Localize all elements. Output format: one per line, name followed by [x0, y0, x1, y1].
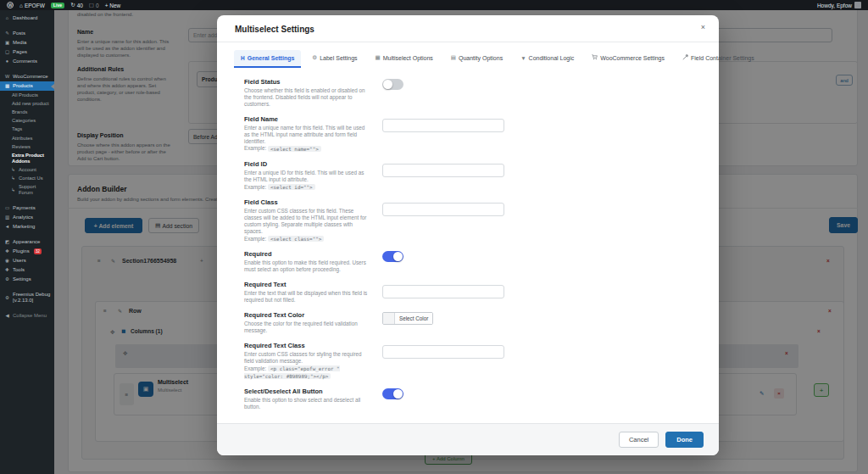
sidebar-item[interactable]: ✚ Tools: [0, 265, 54, 275]
new-menu[interactable]: + New: [105, 3, 121, 8]
field-desc: Enter the text that will be displayed wh…: [244, 290, 371, 304]
sidebar-item[interactable]: ◄ Marketing: [0, 222, 54, 231]
sidebar-item-label: Attributes: [12, 136, 33, 142]
tab-quantity-options[interactable]: ▤ Quantity Options: [444, 50, 509, 68]
example-code: <select id="">: [268, 184, 315, 190]
sidebar-item[interactable]: Reviews: [0, 142, 54, 151]
sidebar-item-icon: ⚙: [4, 295, 10, 301]
sidebar-item[interactable]: ↳ Account: [0, 166, 54, 175]
sidebar-item[interactable]: ● Comments: [0, 57, 54, 66]
sidebar-item-label: Posts: [13, 31, 25, 36]
sidebar-item-icon: ▦: [4, 83, 10, 89]
required-text-input[interactable]: [382, 285, 504, 298]
sidebar-item[interactable]: Categories: [0, 117, 54, 125]
field-id-input[interactable]: [382, 164, 504, 177]
sidebar-item-icon: ▢: [4, 49, 10, 55]
sidebar-item[interactable]: Add new product: [0, 99, 54, 108]
tab-general-settings[interactable]: H General Settings: [234, 50, 301, 68]
select-color-button[interactable]: Select Color: [395, 313, 432, 324]
sidebar-item-icon: ↳: [10, 176, 16, 181]
sidebar-item[interactable]: All Products: [0, 91, 54, 99]
sidebar-item-label: Pages: [13, 49, 27, 55]
sidebar-item-label: Contact Us: [19, 176, 43, 181]
field-desc: Choose the color for the required field …: [244, 321, 371, 334]
field-label: Field Class: [244, 198, 371, 206]
field-class-input[interactable]: [382, 203, 504, 216]
modal-tabs: H General Settings ⚙ Label Settings ▦ Mu…: [217, 42, 719, 68]
sidebar-item[interactable]: ❖ Plugins 32: [0, 247, 54, 256]
field-desc: Enter a unique ID for this field. This w…: [244, 170, 371, 183]
sidebar-item-icon: ↳: [10, 167, 16, 173]
field-example: Example: <select name="">: [244, 145, 371, 153]
sidebar-item[interactable]: Tags: [0, 125, 54, 134]
field-status-toggle[interactable]: [382, 79, 403, 90]
comments-indicator[interactable]: ▢ 0: [89, 2, 99, 8]
sidebar-item[interactable]: W WooCommerce: [0, 72, 54, 81]
field-name-input[interactable]: [382, 119, 504, 132]
sidebar-item[interactable]: ▢ Pages: [0, 47, 54, 57]
sidebar-item[interactable]: ◀ Collapse Menu: [0, 311, 54, 321]
wrench-icon: [682, 54, 688, 61]
tab-woocommerce-settings[interactable]: WooCommerce Settings: [585, 50, 671, 68]
field-desc: Enter a unique name for this field. This…: [244, 125, 371, 145]
updates-count: 40: [77, 3, 83, 8]
done-button[interactable]: Done: [665, 432, 704, 448]
sidebar-item-label: Users: [13, 258, 26, 264]
sidebar-item[interactable]: ↳ Support Forum: [0, 183, 54, 198]
updates-indicator[interactable]: ↻ 40: [70, 2, 83, 8]
sidebar-item[interactable]: ✎ Posts: [0, 29, 54, 38]
sidebar-item[interactable]: ▥ Analytics: [0, 213, 54, 222]
sidebar-item[interactable]: ↳ Contact Us: [0, 175, 54, 183]
field-label: Required Text: [244, 281, 371, 288]
sidebar-item[interactable]: ▣ Media: [0, 38, 54, 47]
modal-header: Multiselect Settings ×: [217, 15, 719, 42]
sidebar-item-label: Media: [13, 40, 26, 46]
sidebar-item[interactable]: Attributes: [0, 134, 54, 142]
sidebar-item[interactable]: ▦ Products: [0, 81, 54, 91]
tab-label-settings[interactable]: ⚙ Label Settings: [305, 50, 364, 68]
select-deselect-all-toggle[interactable]: [382, 388, 403, 399]
sidebar-item-label: Dashboard: [13, 15, 37, 21]
sidebar-item[interactable]: ⌂ Dashboard: [0, 14, 54, 23]
sidebar-item[interactable]: Extra Product Addons: [0, 151, 54, 165]
modal-footer: Cancel Done: [217, 423, 719, 455]
tab-conditional-logic[interactable]: ▼ Conditional Logic: [514, 50, 581, 68]
howdy-text[interactable]: Howdy, Epfow: [817, 3, 852, 8]
sidebar-item-label: Collapse Menu: [13, 313, 47, 319]
tab-field-container-settings[interactable]: Field Container Settings: [676, 50, 761, 68]
refresh-icon: ↻: [70, 2, 75, 8]
sidebar-item[interactable]: Brands: [0, 108, 54, 116]
field-example: Example: <select id="">: [244, 184, 371, 192]
color-swatch[interactable]: [383, 313, 395, 324]
wordpress-logo-icon[interactable]: W: [7, 2, 14, 8]
sidebar-item[interactable]: ◉ Users: [0, 256, 54, 265]
sidebar-item[interactable]: ◩ Appearance: [0, 237, 54, 247]
cancel-button[interactable]: Cancel: [619, 432, 659, 448]
field-label: Field ID: [244, 160, 371, 168]
comment-icon: ▢: [89, 2, 94, 8]
close-icon[interactable]: ×: [701, 24, 705, 31]
cart-icon: [592, 54, 598, 61]
field-label: Required: [244, 250, 371, 258]
example-code: <select class="">: [268, 236, 324, 242]
sidebar-item[interactable]: ⚙ Freemius Debug [v.2.13.0]: [0, 290, 54, 305]
sidebar-item[interactable]: ▭ Payments: [0, 204, 54, 213]
field-desc: Enter custom CSS classes for styling the…: [244, 351, 371, 365]
grid-icon: ▦: [376, 54, 381, 61]
sidebar-item[interactable]: ⚙ Settings: [0, 275, 54, 284]
field-label: Required Text Color: [244, 311, 371, 319]
filter-icon: ▼: [520, 55, 526, 61]
sidebar-item-icon: ❖: [4, 248, 10, 254]
required-text-class-input[interactable]: [382, 345, 504, 359]
field-label: Field Name: [244, 115, 371, 123]
required-toggle[interactable]: [382, 251, 403, 262]
sidebar-item-icon: ✚: [4, 267, 10, 273]
field-name-row: Field Name Enter a unique name for this …: [244, 115, 700, 153]
sidebar-item-icon: ▥: [4, 215, 10, 220]
sidebar-item-label: Appearance: [13, 239, 40, 245]
tab-multiselect-options[interactable]: ▦ Multiselect Options: [369, 50, 440, 68]
site-menu[interactable]: ⌂ EPOFW: [19, 3, 45, 8]
sidebar-item-label: Marketing: [13, 224, 35, 230]
avatar: [854, 2, 861, 8]
sidebar-item-label: Products: [13, 83, 33, 89]
